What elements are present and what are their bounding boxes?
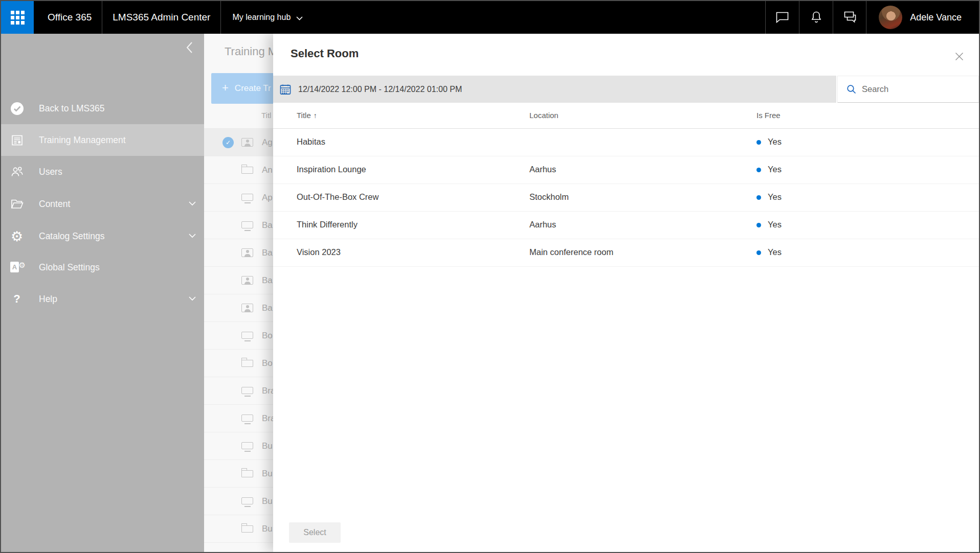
select-room-dialog: Select Room 12/14/2022 12:00 PM - 12/14/…	[273, 34, 979, 552]
column-header-location[interactable]: Location	[529, 111, 559, 120]
feedback-icon	[842, 11, 857, 24]
select-button[interactable]: Select	[289, 522, 341, 543]
office365-link[interactable]: Office 365	[34, 12, 102, 23]
admin-center-link[interactable]: LMS365 Admin Center	[102, 12, 220, 23]
room-row[interactable]: Inspiration Lounge Aarhus Yes	[273, 156, 979, 184]
app-window: Office 365 LMS365 Admin Center My learni…	[0, 0, 980, 553]
item-type-icon	[241, 194, 253, 201]
item-type-icon	[241, 248, 253, 257]
room-row[interactable]: Out-Of-The-Box Crew Stockholm Yes	[273, 184, 979, 212]
room-row[interactable]: Habitas Yes	[273, 129, 979, 156]
item-label-fragment: Bu	[262, 496, 273, 506]
sidebar-item-global-settings[interactable]: A⚙ Global Settings	[1, 251, 204, 283]
item-label-fragment: Bu	[262, 469, 273, 479]
room-location: Aarhus	[529, 165, 556, 174]
free-status-dot	[756, 250, 761, 255]
sidebar-collapse-button[interactable]	[182, 40, 197, 55]
search-field	[837, 76, 979, 103]
item-type-icon	[241, 138, 253, 147]
close-button[interactable]	[953, 50, 966, 64]
folder-icon	[9, 198, 25, 210]
item-type-icon	[241, 221, 253, 228]
dialog-title: Select Room	[291, 47, 359, 60]
selected-check-icon: ✓	[222, 137, 234, 148]
notifications-button[interactable]	[799, 1, 833, 34]
sidebar-item-content[interactable]: Content	[1, 188, 204, 220]
chevron-down-icon	[189, 234, 196, 238]
hub-label: My learning hub	[232, 13, 291, 22]
free-status-dot	[756, 195, 761, 200]
feedback-button[interactable]	[833, 1, 866, 34]
help-icon: ?	[9, 292, 25, 306]
chevron-down-icon	[296, 16, 303, 20]
search-input[interactable]	[862, 84, 964, 94]
date-range-picker[interactable]: 12/14/2022 12:00 PM - 12/14/2022 01:00 P…	[273, 76, 836, 103]
item-label-fragment: Ap	[262, 193, 273, 203]
chevron-down-icon	[189, 296, 196, 301]
item-label-fragment: Bu	[262, 524, 273, 534]
column-header-title[interactable]: Title↑	[297, 111, 317, 120]
chat-button[interactable]	[765, 1, 799, 34]
sidebar-item-label: Content	[39, 199, 70, 210]
room-title: Habitas	[297, 137, 325, 147]
chat-icon	[775, 11, 789, 24]
plus-icon: +	[222, 81, 229, 95]
gear-icon: ⚙	[9, 229, 25, 243]
app-launcher-button[interactable]	[1, 1, 34, 34]
item-label-fragment: Ba	[262, 303, 273, 313]
item-type-icon	[241, 442, 253, 449]
column-header-isfree[interactable]: Is Free	[756, 111, 781, 120]
sidebar-item-label: Catalog Settings	[39, 231, 104, 242]
sidebar-item-help[interactable]: ? Help	[1, 283, 204, 315]
date-range-value: 12/14/2022 12:00 PM - 12/14/2022 01:00 P…	[298, 85, 462, 94]
room-isfree: Yes	[756, 220, 782, 229]
room-title: Vision 2023	[297, 247, 341, 257]
room-location: Aarhus	[529, 220, 556, 229]
free-status-dot	[756, 140, 761, 145]
calendar-icon	[280, 84, 291, 95]
room-isfree: Yes	[756, 192, 782, 202]
chevron-down-icon	[189, 201, 196, 206]
item-type-icon	[241, 332, 253, 339]
room-isfree: Yes	[756, 137, 782, 147]
user-name[interactable]: Adele Vance	[902, 12, 979, 23]
chevron-left-icon	[186, 41, 193, 54]
rooms-table-header: Title↑ Location Is Free	[273, 103, 979, 129]
room-location: Stockholm	[529, 192, 569, 202]
item-type-icon	[241, 276, 253, 285]
item-label-fragment: Bu	[262, 441, 273, 451]
page-title: Training M	[225, 45, 277, 58]
item-label-fragment: Ag	[262, 137, 273, 148]
hub-dropdown[interactable]: My learning hub	[221, 13, 314, 22]
sidebar-item-catalog-settings[interactable]: ⚙ Catalog Settings	[1, 220, 204, 252]
rooms-table-body: Habitas Yes Inspiration Lounge Aarhus Ye…	[273, 129, 979, 267]
sidebar-item-label: Training Management	[39, 135, 126, 146]
room-title: Think Differently	[297, 220, 358, 229]
create-training-button[interactable]: + Create Tr	[211, 73, 274, 104]
item-type-icon	[241, 304, 253, 312]
top-bar: Office 365 LMS365 Admin Center My learni…	[1, 1, 979, 34]
avatar[interactable]	[879, 6, 902, 29]
item-label-fragment: Bo	[262, 331, 273, 341]
item-label-fragment: Ba	[262, 275, 273, 286]
item-type-icon	[241, 414, 253, 422]
item-label-fragment: An	[262, 165, 273, 175]
sidebar-item-training-management[interactable]: Training Management	[1, 124, 204, 156]
room-row[interactable]: Think Differently Aarhus Yes	[273, 212, 979, 239]
item-type-icon	[241, 470, 253, 477]
room-row[interactable]: Vision 2023 Main conference room Yes	[273, 239, 979, 267]
item-type-icon	[241, 360, 253, 367]
item-type-icon	[241, 167, 253, 174]
item-type-icon	[241, 387, 253, 394]
sidebar-item-back-to-lms365[interactable]: Back to LMS365	[1, 93, 204, 124]
sidebar-item-label: Global Settings	[39, 262, 100, 273]
create-training-label: Create Tr	[235, 83, 271, 94]
item-label-fragment: Ba	[262, 220, 273, 231]
sidebar-item-users[interactable]: Users	[1, 156, 204, 188]
item-type-icon	[241, 497, 253, 504]
room-title: Out-Of-The-Box Crew	[297, 192, 378, 202]
sidebar-item-label: Users	[39, 167, 62, 177]
sidebar: Back to LMS365 Training Management Users…	[1, 34, 204, 552]
free-status-dot	[756, 223, 761, 227]
item-label-fragment: Ba	[262, 248, 273, 258]
